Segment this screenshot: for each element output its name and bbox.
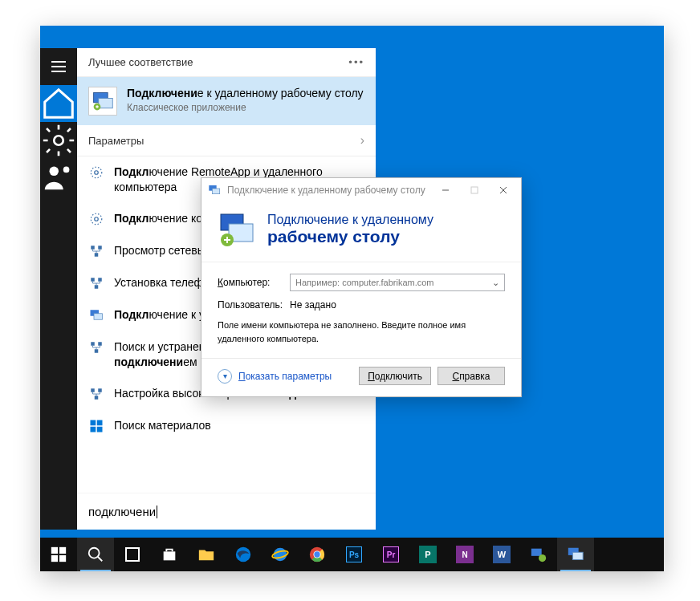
- svg-point-2: [63, 167, 70, 173]
- svg-rect-18: [91, 342, 95, 346]
- edge-icon[interactable]: [225, 538, 262, 571]
- minimize-button[interactable]: [431, 179, 460, 201]
- svg-point-44: [274, 548, 287, 562]
- svg-rect-19: [98, 342, 102, 346]
- taskbar: Ps Pr P N W: [40, 538, 664, 571]
- maximize-button[interactable]: [460, 179, 489, 201]
- caret-icon: [157, 506, 157, 518]
- svg-rect-11: [98, 246, 102, 250]
- titlebar[interactable]: Подключение к удаленному рабочему столу: [201, 178, 521, 202]
- user-label: Пользователь:: [218, 299, 282, 311]
- search-taskbar-button[interactable]: [77, 538, 114, 571]
- rdc-titlebar-icon: [208, 184, 221, 197]
- chevron-down-icon[interactable]: ⌄: [492, 278, 499, 288]
- best-match-item[interactable]: Подключение к удаленному рабочему столу …: [77, 77, 376, 125]
- parameters-label: Параметры: [88, 135, 144, 147]
- svg-point-9: [91, 213, 102, 225]
- user-value: Не задано: [290, 299, 336, 311]
- store-icon: [88, 418, 104, 434]
- computer-combo[interactable]: Например: computer.fabrikam.com ⌄: [290, 274, 505, 291]
- svg-point-0: [54, 136, 63, 145]
- help-button[interactable]: Справка: [438, 367, 505, 385]
- svg-rect-21: [91, 388, 95, 392]
- settings-button[interactable]: [40, 122, 77, 159]
- svg-point-1: [50, 167, 59, 177]
- svg-point-52: [539, 554, 546, 562]
- store-taskbar-icon[interactable]: [151, 538, 188, 571]
- svg-rect-38: [59, 547, 66, 554]
- rdc-taskbar-icon[interactable]: [557, 538, 594, 571]
- chrome-icon[interactable]: [299, 538, 336, 571]
- dialog-hint: Поле имени компьютера не заполнено. Введ…: [218, 319, 505, 345]
- svg-rect-29: [212, 189, 219, 194]
- svg-rect-15: [95, 285, 99, 289]
- svg-rect-17: [94, 314, 103, 320]
- show-parameters-link[interactable]: Показать параметры: [238, 371, 332, 382]
- expand-button[interactable]: ▾: [218, 369, 232, 384]
- titlebar-text: Подключение к удаленному рабочему столу: [227, 185, 431, 196]
- svg-rect-51: [531, 549, 542, 556]
- rdc-icon: [88, 87, 117, 116]
- svg-rect-40: [59, 555, 66, 562]
- start-button[interactable]: [40, 538, 77, 571]
- more-icon[interactable]: •••: [348, 56, 364, 68]
- network-icon: [88, 275, 104, 291]
- computer-label: Компьютер:: [218, 277, 282, 288]
- svg-rect-37: [51, 547, 58, 554]
- svg-rect-26: [91, 426, 96, 432]
- svg-rect-39: [51, 555, 58, 562]
- best-match-header: Лучшее соответствие •••: [77, 48, 376, 77]
- dialog-body: Компьютер: Например: computer.fabrikam.c…: [201, 262, 521, 358]
- network-icon: [88, 386, 104, 402]
- svg-point-7: [91, 167, 102, 178]
- dialog-footer: ▾ Показать параметры Подключить Справка: [201, 358, 521, 396]
- parameters-header[interactable]: Параметры ›: [77, 125, 376, 156]
- taskview-button[interactable]: [114, 538, 151, 571]
- svg-rect-24: [91, 420, 96, 425]
- svg-point-6: [95, 171, 99, 175]
- ie-icon[interactable]: [262, 538, 299, 571]
- svg-rect-13: [91, 278, 95, 282]
- svg-rect-20: [95, 349, 99, 353]
- search-input[interactable]: подключени: [77, 493, 376, 530]
- best-match-label: Лучшее соответствие: [88, 56, 193, 68]
- explorer-icon[interactable]: [188, 538, 225, 571]
- svg-rect-27: [97, 426, 103, 432]
- best-match-sub: Классическое приложение: [127, 102, 364, 113]
- svg-rect-54: [572, 552, 583, 559]
- word-icon[interactable]: W: [483, 538, 520, 571]
- svg-point-50: [314, 551, 319, 557]
- banner-line1: Подключение к удаленному: [267, 213, 433, 227]
- publisher-icon[interactable]: P: [409, 538, 446, 571]
- rdc-large-icon: [218, 210, 256, 249]
- svg-rect-14: [98, 278, 102, 282]
- connect-button[interactable]: Подключить: [359, 367, 431, 385]
- close-button[interactable]: [489, 179, 518, 201]
- photoshop-icon[interactable]: Ps: [336, 538, 372, 571]
- result-text: Поиск материалов: [114, 418, 211, 433]
- onenote-icon[interactable]: N: [446, 538, 483, 571]
- svg-rect-22: [98, 388, 102, 392]
- rdc-dialog: Подключение к удаленному рабочему столу …: [201, 177, 522, 397]
- network-icon: [88, 243, 104, 259]
- dialog-banner: Подключение к удаленному рабочему столу: [201, 202, 521, 262]
- chevron-right-icon: ›: [360, 133, 364, 148]
- people-button[interactable]: [40, 159, 77, 196]
- rdc-small-icon: [88, 307, 104, 323]
- start-rail: [40, 48, 77, 530]
- store-result-item[interactable]: Поиск материалов: [77, 410, 376, 442]
- svg-rect-25: [97, 420, 103, 425]
- svg-rect-4: [99, 99, 113, 108]
- hamburger-button[interactable]: [40, 48, 77, 85]
- svg-rect-12: [95, 253, 99, 257]
- svg-point-41: [89, 548, 100, 558]
- banner-line2: рабочему столу: [267, 227, 433, 246]
- home-button[interactable]: [40, 85, 77, 122]
- search-value: подключени: [88, 505, 156, 518]
- svg-point-8: [95, 217, 99, 221]
- settings-icon: [88, 164, 104, 181]
- remoteapp-icon[interactable]: [520, 538, 557, 571]
- network-icon: [88, 339, 104, 355]
- premiere-icon[interactable]: Pr: [372, 538, 409, 571]
- svg-line-42: [98, 557, 103, 562]
